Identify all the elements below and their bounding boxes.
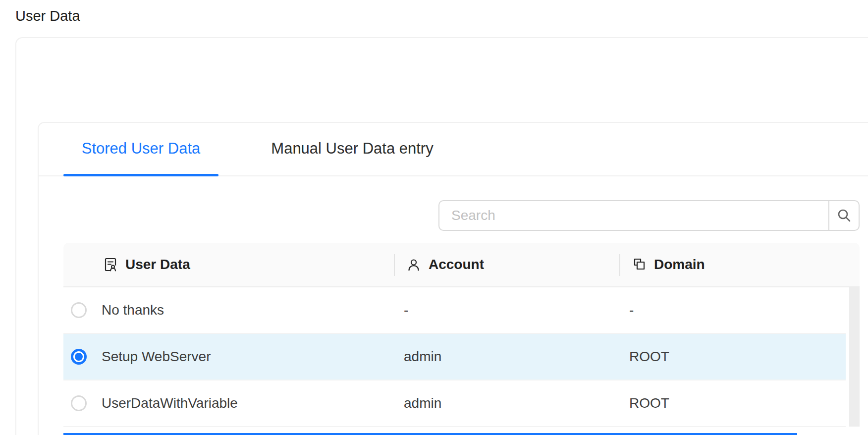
radio-setup-webserver[interactable] <box>71 349 87 365</box>
cell-user-data: Setup WebServer <box>102 334 211 380</box>
cell-account: admin <box>404 334 441 380</box>
bottom-blue-bar <box>63 433 797 435</box>
tab-stored-user-data-label: Stored User Data <box>82 140 201 158</box>
table-header: User Data Account Domain <box>63 243 860 287</box>
radio-no-thanks[interactable] <box>71 302 87 318</box>
search-group <box>438 200 860 231</box>
table-row-no-thanks[interactable]: No thanks - - <box>63 287 846 334</box>
radio-userdatawithvariable[interactable] <box>71 395 87 411</box>
tab-manual-user-data-entry-label: Manual User Data entry <box>271 140 433 158</box>
column-header-domain: Domain <box>632 243 705 286</box>
column-header-user-data-label: User Data <box>125 257 190 272</box>
page-title: User Data <box>15 8 80 24</box>
tab-manual-user-data-entry[interactable]: Manual User Data entry <box>250 123 454 174</box>
solution-icon <box>103 257 118 272</box>
user-icon <box>406 257 421 272</box>
block-icon <box>632 257 647 272</box>
table-row-userdatawithvariable[interactable]: UserDataWithVariable admin ROOT <box>63 381 846 427</box>
table-vertical-scrollbar[interactable] <box>849 287 860 427</box>
cell-account: - <box>404 287 408 333</box>
user-data-screen: User Data Stored User Data Manual User D… <box>0 0 868 435</box>
cell-user-data: No thanks <box>102 287 164 333</box>
cell-domain: ROOT <box>629 381 669 426</box>
table-row-setup-webserver[interactable]: Setup WebServer admin ROOT <box>63 334 846 381</box>
search-icon <box>836 208 852 223</box>
header-separator <box>619 254 620 276</box>
cell-account: admin <box>404 381 441 426</box>
cell-user-data: UserDataWithVariable <box>102 381 238 426</box>
header-separator <box>394 254 395 276</box>
table-body: No thanks - - Setup WebServer admin ROOT… <box>63 287 846 427</box>
column-header-account: Account <box>406 243 484 286</box>
active-tab-ink-bar <box>63 174 218 176</box>
column-header-domain-label: Domain <box>654 257 705 272</box>
cell-domain: ROOT <box>629 334 669 380</box>
column-header-account-label: Account <box>429 257 484 272</box>
tab-stored-user-data[interactable]: Stored User Data <box>63 123 218 174</box>
search-button[interactable] <box>828 200 860 231</box>
column-header-user-data: User Data <box>103 243 190 286</box>
cell-domain: - <box>629 287 634 333</box>
search-input[interactable] <box>438 200 828 231</box>
